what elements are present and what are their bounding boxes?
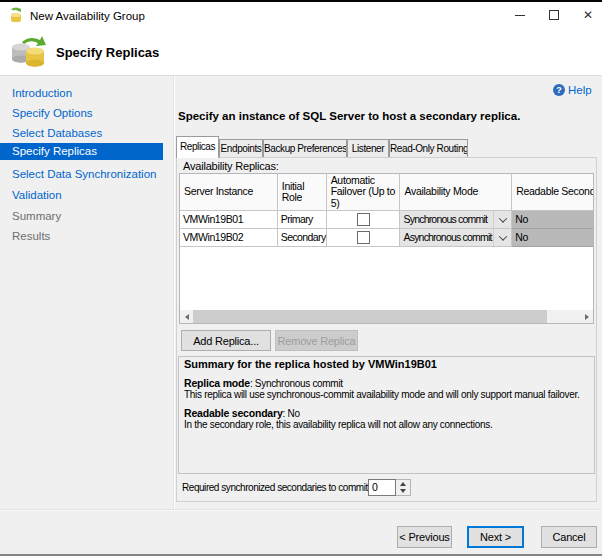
tab-backup-preferences[interactable]: Backup Preferences bbox=[263, 139, 347, 158]
summary-title: Summary for the replica hosted by VMWin1… bbox=[184, 358, 437, 370]
server-instance-cell[interactable]: VMWin19B01 bbox=[180, 211, 278, 229]
availability-replicas-grid: Server Instance Initial Role Automatic F… bbox=[179, 173, 594, 324]
required-secondaries-input[interactable]: 0 bbox=[368, 479, 396, 496]
summary-readable-secondary-desc: In the secondary role, this availability… bbox=[184, 419, 492, 430]
close-icon: ✕ bbox=[583, 8, 593, 22]
summary-replica-mode-desc: This replica will use synchronous-commit… bbox=[184, 389, 580, 400]
minimize-button[interactable] bbox=[504, 2, 536, 28]
instruction-text: Specify an instance of SQL Server to hos… bbox=[178, 110, 520, 122]
scrollbar-thumb[interactable] bbox=[193, 310, 547, 323]
availability-group-icon bbox=[8, 35, 48, 69]
sidebar-item-introduction[interactable]: Introduction bbox=[0, 85, 163, 102]
spin-down-icon[interactable] bbox=[396, 488, 410, 496]
availability-mode-dropdown[interactable]: Synchronous commit bbox=[400, 211, 512, 229]
remove-replica-button: Remove Replica bbox=[275, 330, 358, 351]
help-icon: ? bbox=[553, 84, 565, 96]
next-button[interactable]: Next > bbox=[467, 526, 524, 548]
page-title: Specify Replicas bbox=[56, 45, 159, 60]
close-button[interactable]: ✕ bbox=[572, 2, 602, 28]
sidebar-separator-highlight bbox=[174, 76, 175, 509]
automatic-failover-cell bbox=[327, 211, 401, 229]
grid-header-row: Server Instance Initial Role Automatic F… bbox=[180, 174, 593, 211]
readable-secondary-cell[interactable]: No bbox=[512, 211, 593, 229]
previous-button[interactable]: < Previous bbox=[397, 526, 452, 548]
summary-replica-mode: Replica mode: Synchronous commit bbox=[184, 377, 343, 389]
sidebar-item-specify-replicas[interactable]: Specify Replicas bbox=[0, 143, 163, 160]
window-icon bbox=[8, 7, 24, 23]
scroll-left-arrow[interactable] bbox=[180, 310, 193, 323]
server-instance-cell[interactable]: VMWin19B02 bbox=[180, 229, 278, 247]
col-automatic-failover: Automatic Failover (Up to 5) bbox=[327, 174, 401, 211]
add-replica-button[interactable]: Add Replica... bbox=[181, 330, 271, 351]
minimize-icon bbox=[515, 15, 525, 16]
sidebar-item-results: Results bbox=[0, 228, 163, 245]
automatic-failover-cell bbox=[327, 229, 401, 247]
tab-replicas[interactable]: Replicas bbox=[176, 136, 219, 158]
automatic-failover-checkbox[interactable] bbox=[357, 213, 370, 226]
chevron-down-icon bbox=[493, 211, 511, 228]
maximize-button[interactable] bbox=[538, 2, 570, 28]
required-secondaries-spinner[interactable] bbox=[396, 479, 411, 496]
replica-row-1: VMWin19B01 Primary Synchronous commit No bbox=[180, 211, 593, 229]
sidebar-item-select-databases[interactable]: Select Databases bbox=[0, 125, 163, 142]
initial-role-cell: Secondary bbox=[278, 229, 327, 247]
sidebar-item-specify-options[interactable]: Specify Options bbox=[0, 105, 163, 122]
maximize-icon bbox=[549, 10, 559, 20]
readable-secondary-cell[interactable]: No bbox=[512, 229, 593, 247]
horizontal-scrollbar[interactable] bbox=[180, 310, 593, 323]
col-availability-mode: Availability Mode bbox=[400, 174, 512, 211]
summary-readable-secondary: Readable secondary: No bbox=[184, 407, 300, 419]
tab-read-only-routing[interactable]: Read-Only Routing bbox=[389, 139, 468, 158]
replica-row-2: VMWin19B02 Secondary Asynchronous commit… bbox=[180, 229, 593, 247]
scroll-right-arrow[interactable] bbox=[580, 310, 593, 323]
footer-separator-highlight bbox=[0, 510, 602, 511]
sidebar-item-summary: Summary bbox=[0, 208, 163, 225]
availability-replicas-label: Availability Replicas: bbox=[183, 160, 279, 172]
window-title: New Availability Group bbox=[30, 10, 145, 22]
help-label: Help bbox=[568, 84, 592, 96]
tab-endpoints[interactable]: Endpoints bbox=[219, 139, 263, 158]
availability-mode-dropdown[interactable]: Asynchronous commit bbox=[400, 229, 512, 247]
new-availability-group-window: New Availability Group ✕ Specify Replica… bbox=[0, 0, 602, 556]
wizard-header: Specify Replicas bbox=[0, 28, 602, 76]
cancel-button[interactable]: Cancel bbox=[541, 526, 597, 548]
sidebar-item-validation[interactable]: Validation bbox=[0, 187, 163, 204]
tab-listener[interactable]: Listener bbox=[347, 139, 389, 158]
chevron-down-icon bbox=[493, 229, 511, 246]
help-link[interactable]: ? Help bbox=[553, 84, 592, 96]
required-secondaries-label: Required synchronized secondaries to com… bbox=[182, 482, 368, 493]
col-initial-role: Initial Role bbox=[278, 174, 327, 211]
col-readable-secondary: Readable Secondar bbox=[512, 174, 593, 211]
sidebar-item-select-data-synchronization[interactable]: Select Data Synchronization bbox=[0, 166, 163, 183]
col-server-instance: Server Instance bbox=[180, 174, 278, 211]
automatic-failover-checkbox[interactable] bbox=[357, 231, 370, 244]
spin-up-icon[interactable] bbox=[396, 480, 410, 488]
initial-role-cell: Primary bbox=[278, 211, 327, 229]
